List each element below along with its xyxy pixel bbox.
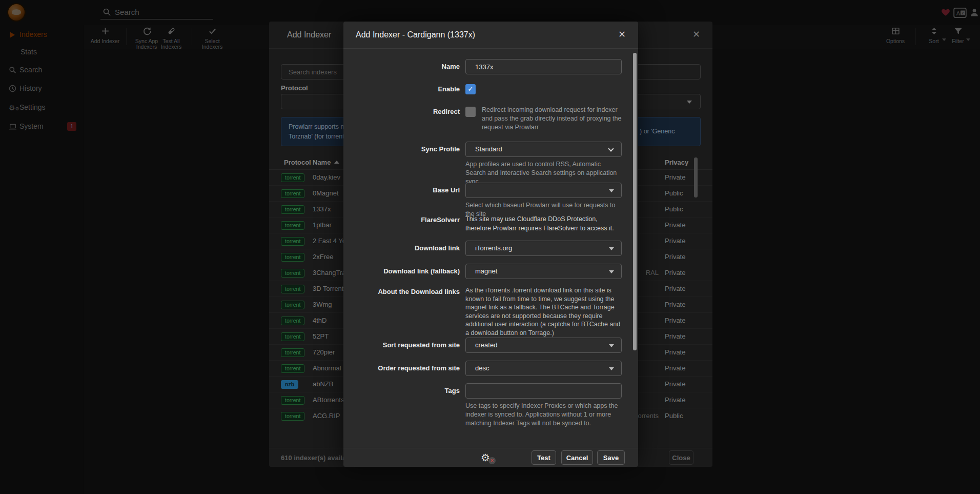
sort-requested-label: Sort requested from site (343, 338, 460, 353)
base-url-select[interactable] (465, 183, 622, 198)
cancel-button[interactable]: Cancel (561, 450, 593, 465)
indexer-name: 3D Torrents (313, 285, 347, 292)
redirect-checkbox[interactable] (465, 107, 476, 117)
tags-label: Tags (343, 383, 460, 399)
privacy-cell: Private (665, 317, 685, 324)
dialog-scrollbar-thumb[interactable] (633, 53, 637, 350)
privacy-cell: Private (665, 380, 685, 388)
enable-checkbox[interactable]: ✓ (465, 84, 476, 94)
protocol-badge: torrent (281, 269, 304, 278)
indexer-name: ACG.RIP (313, 412, 340, 420)
column-header-name[interactable]: Name (313, 159, 331, 166)
indexer-name: 720pier (313, 348, 335, 356)
advanced-off-badge: ✕ (488, 457, 496, 464)
about-download-links-text: As the iTorrents .torrent download link … (465, 286, 622, 337)
selected-value: Standard (475, 145, 502, 153)
protocol-badge: torrent (281, 285, 304, 293)
indexer-name: ABtorrents (313, 396, 344, 404)
protocol-badge: torrent (281, 364, 304, 373)
tags-input[interactable] (465, 383, 622, 399)
download-link-label: Download link (343, 241, 460, 256)
selected-value: iTorrents.org (475, 244, 512, 252)
privacy-cell: Private (665, 269, 685, 276)
name-label: Name (343, 59, 460, 74)
download-link-fallback-label: Download link (fallback) (343, 264, 460, 279)
privacy-cell: Private (665, 237, 685, 245)
description-tail: RAL (646, 269, 659, 276)
redirect-label: Redirect (343, 107, 460, 117)
privacy-cell: Public (665, 412, 683, 420)
order-requested-label: Order requested from site (343, 361, 460, 376)
prowlarr-app: Az Indexers Stats Search History ⚙⚙ (0, 0, 980, 494)
indexer-name: 52PT (313, 332, 329, 340)
tags-help: Use tags to specify Indexer Proxies or w… (465, 402, 622, 428)
column-header-privacy[interactable]: Privacy (665, 159, 688, 166)
alert-text: Prowlarr supports ma Torznab' (for torre… (289, 122, 350, 142)
name-input[interactable] (465, 59, 622, 74)
alert-text-fragment: ) or 'Generic (640, 127, 675, 136)
chevron-down-icon (609, 344, 614, 347)
privacy-cell: Private (665, 332, 685, 340)
order-requested-select[interactable]: desc (465, 361, 622, 376)
test-button[interactable]: Test (532, 450, 556, 465)
indexer-name: 1337x (313, 205, 331, 213)
privacy-cell: Private (665, 396, 685, 404)
indexer-name: 1ptbar (313, 221, 332, 229)
protocol-badge: torrent (281, 173, 304, 182)
indexer-name: 3ChangTrai (313, 269, 347, 276)
indexer-name: 3Wmg (313, 301, 332, 308)
protocol-badge: torrent (281, 237, 304, 246)
selected-value: created (475, 341, 497, 349)
protocol-badge: torrent (281, 221, 304, 230)
protocol-badge: nzb (281, 380, 298, 389)
save-button[interactable]: Save (597, 450, 625, 465)
selected-value: desc (475, 364, 489, 372)
modal-title: Add Indexer - Cardigann (1337x) (356, 30, 475, 39)
download-link-fallback-select[interactable]: magnet (465, 264, 622, 279)
column-header-protocol[interactable]: Protocol (284, 159, 311, 166)
indexer-name: 0Magnet (313, 189, 339, 197)
privacy-cell: Private (665, 285, 685, 292)
privacy-cell: Private (665, 348, 685, 356)
close-icon[interactable]: ✕ (618, 29, 626, 40)
sync-profile-select[interactable]: Standard (465, 142, 622, 157)
close-icon[interactable]: ✕ (692, 29, 700, 40)
privacy-cell: Private (665, 253, 685, 261)
sync-profile-label: Sync Profile (343, 142, 460, 157)
protocol-filter-label: Protocol (281, 84, 308, 92)
protocol-badge: torrent (281, 301, 304, 309)
protocol-badge: torrent (281, 189, 304, 198)
chevron-down-icon (609, 270, 614, 273)
table-scrollbar-thumb[interactable] (694, 157, 698, 197)
sort-ascending-icon (334, 161, 339, 164)
download-link-select[interactable]: iTorrents.org (465, 241, 622, 256)
chevron-down-icon (687, 101, 692, 104)
indexer-name: 2xFree (313, 253, 333, 261)
privacy-cell: Private (665, 364, 685, 372)
protocol-badge: torrent (281, 253, 304, 262)
protocol-badge: torrent (281, 332, 304, 341)
base-url-label: Base Url (343, 183, 460, 198)
privacy-cell: Public (665, 205, 683, 213)
add-indexer-cardigann-dialog: Add Indexer - Cardigann (1337x) ✕ Name E… (343, 22, 638, 467)
indexer-name: abNZB (313, 380, 333, 388)
protocol-badge: torrent (281, 396, 304, 405)
indexer-name: 4thD (313, 317, 326, 324)
indexer-name: Abnormal (313, 364, 341, 372)
sort-requested-select[interactable]: created (465, 338, 622, 353)
chevron-down-icon (609, 367, 614, 370)
about-download-links-label: About the Download links (343, 287, 460, 296)
privacy-cell: Private (665, 221, 685, 229)
chevron-down-icon (609, 189, 614, 192)
modal-header: Add Indexer - Cardigann (1337x) ✕ (343, 22, 638, 49)
protocol-badge: torrent (281, 348, 304, 357)
advanced-settings-toggle[interactable]: ⚙✕ (481, 451, 495, 465)
chevron-down-icon (609, 247, 614, 250)
privacy-cell: Public (665, 189, 683, 197)
protocol-badge: torrent (281, 317, 304, 325)
redirect-help: Redirect incoming download request for i… (482, 106, 622, 132)
modal-title: Add Indexer (287, 30, 331, 39)
description-tail: orrents (638, 412, 659, 420)
close-button[interactable]: Close (669, 450, 693, 465)
flaresolverr-text: This site may use Cloudflare DDoS Protec… (465, 214, 622, 233)
